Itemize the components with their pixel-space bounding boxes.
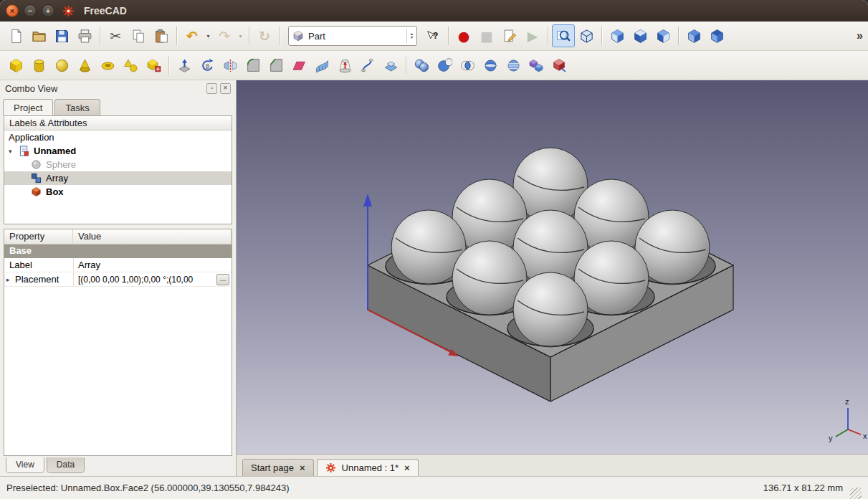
property-group-base[interactable]: Base	[4, 244, 232, 258]
tab-project[interactable]: Project	[3, 99, 53, 115]
3d-viewport[interactable]: z y x	[237, 80, 868, 454]
panel-float-button[interactable]: ▫	[206, 83, 217, 94]
property-column-header[interactable]: Property	[4, 229, 73, 244]
close-tab-icon[interactable]: ×	[300, 463, 305, 472]
intersect-icon	[460, 58, 475, 73]
view-fit-all-button[interactable]	[552, 24, 575, 47]
panel-close-button[interactable]: ×	[220, 83, 231, 94]
refresh-button[interactable]: ↻	[253, 24, 276, 47]
svg-text:?: ?	[432, 30, 438, 40]
undo-icon: ↶	[186, 29, 198, 43]
printer-icon	[77, 29, 92, 44]
copy-button[interactable]	[127, 24, 150, 47]
undo-button[interactable]: ↶	[181, 24, 204, 47]
box-button[interactable]	[4, 54, 27, 77]
toolbar-overflow-button[interactable]: »	[857, 29, 863, 42]
fillet-icon	[246, 58, 261, 73]
loft-button[interactable]	[333, 54, 356, 77]
revolve-button[interactable]	[196, 54, 219, 77]
view-axonometric-button[interactable]	[575, 24, 598, 47]
macro-execute-button[interactable]: ▶	[521, 24, 544, 47]
titlebar[interactable]: × − + FreeCAD	[0, 0, 868, 22]
expander-icon[interactable]: ▸	[6, 276, 15, 283]
torus-button[interactable]	[96, 54, 119, 77]
boolean-intersection-button[interactable]	[456, 54, 479, 77]
resize-grip[interactable]	[850, 488, 862, 499]
property-row-placement[interactable]: ▸ Placement [(0,00 0,00 1,00);0,00 °;(10…	[4, 272, 232, 287]
offset-button[interactable]	[379, 54, 402, 77]
cone-button[interactable]	[73, 54, 96, 77]
close-tab-icon[interactable]: ×	[404, 463, 410, 472]
ruled-surface-button[interactable]	[310, 54, 333, 77]
property-editor: Property Value Base Label Array ▸ Placem…	[4, 229, 232, 456]
toolbar-separator	[280, 27, 280, 45]
redo-dropdown[interactable]: ▾	[236, 24, 245, 47]
undo-dropdown[interactable]: ▾	[204, 24, 213, 47]
tab-view[interactable]: View	[6, 457, 44, 473]
open-document-button[interactable]	[27, 24, 50, 47]
macro-record-button[interactable]: ●	[452, 24, 475, 47]
cross-sections-button[interactable]	[502, 54, 525, 77]
view-right-button[interactable]	[652, 24, 674, 47]
property-row-label[interactable]: Label Array	[4, 258, 232, 272]
cut-button[interactable]: ✂	[104, 24, 127, 47]
chamfer-button[interactable]	[264, 54, 287, 77]
combo-view-panel: Combo View ▫ × Project Tasks Labels & At…	[0, 80, 237, 476]
section-button[interactable]	[479, 54, 502, 77]
tree-item-sphere[interactable]: Sphere	[4, 158, 232, 171]
tree-item-unnamed[interactable]: ▾ Unnamed	[4, 144, 232, 158]
workbench-selector[interactable]: Part▴▾	[288, 26, 417, 46]
tree-header: Labels & Attributes	[4, 116, 232, 130]
close-window-button[interactable]: ×	[6, 4, 19, 17]
make-compound-button[interactable]	[525, 54, 548, 77]
defeaturing-button[interactable]	[548, 54, 571, 77]
fillet-button[interactable]	[242, 54, 264, 77]
view-bottom-button[interactable]	[705, 24, 728, 47]
prim-y-icon	[123, 58, 138, 73]
create-primitives-button[interactable]	[119, 54, 142, 77]
tab-unnamed-document[interactable]: Unnamed : 1* ×	[317, 459, 419, 476]
tree-item-array[interactable]: Array	[4, 171, 232, 185]
extrude-icon	[177, 58, 192, 73]
mirror-button[interactable]	[219, 54, 242, 77]
sphere-icon	[31, 159, 42, 171]
cylinder-button[interactable]	[27, 54, 50, 77]
view-front-button[interactable]	[606, 24, 629, 47]
view-top-button[interactable]	[629, 24, 652, 47]
expander-icon[interactable]: ▾	[9, 148, 19, 155]
tab-data[interactable]: Data	[47, 457, 85, 473]
minimize-window-button[interactable]: −	[24, 4, 37, 17]
whats-this-button[interactable]: ?	[421, 24, 444, 47]
value-column-header[interactable]: Value	[73, 229, 232, 244]
boolean-cut-button[interactable]	[433, 54, 456, 77]
paste-button[interactable]	[150, 24, 173, 47]
combo-spinner-icon[interactable]: ▴▾	[406, 29, 413, 43]
save-document-button[interactable]	[50, 24, 73, 47]
macro-edit-button[interactable]	[498, 24, 521, 47]
defeature-icon	[552, 58, 567, 73]
extrude-button[interactable]	[173, 54, 196, 77]
shape-builder-button[interactable]	[142, 54, 165, 77]
revolve-icon	[200, 58, 215, 73]
model-tree: Labels & Attributes Application ▾ Unname…	[4, 115, 232, 224]
make-face-button[interactable]	[287, 54, 310, 77]
placement-edit-button[interactable]: ...	[216, 274, 229, 285]
tree-item-box[interactable]: Box	[4, 185, 232, 199]
cube-right-icon	[656, 29, 671, 44]
freecad-app-icon	[62, 5, 75, 17]
redo-button[interactable]: ↷	[213, 24, 236, 47]
new-document-button[interactable]	[4, 24, 27, 47]
maximize-window-button[interactable]: +	[42, 4, 54, 17]
macro-stop-button[interactable]: ■	[475, 24, 498, 47]
sweep-button[interactable]	[356, 54, 379, 77]
tree-item-application[interactable]: Application	[4, 130, 232, 144]
workbench-label: Part	[308, 31, 402, 42]
tab-start-page[interactable]: Start page ×	[242, 459, 314, 476]
print-button[interactable]	[73, 24, 96, 47]
boolean-union-button[interactable]	[410, 54, 433, 77]
3d-scene[interactable]: z y x	[237, 80, 868, 454]
union-icon	[414, 58, 429, 73]
view-rear-button[interactable]	[682, 24, 705, 47]
sphere-button[interactable]	[50, 54, 73, 77]
tab-tasks[interactable]: Tasks	[54, 99, 100, 115]
